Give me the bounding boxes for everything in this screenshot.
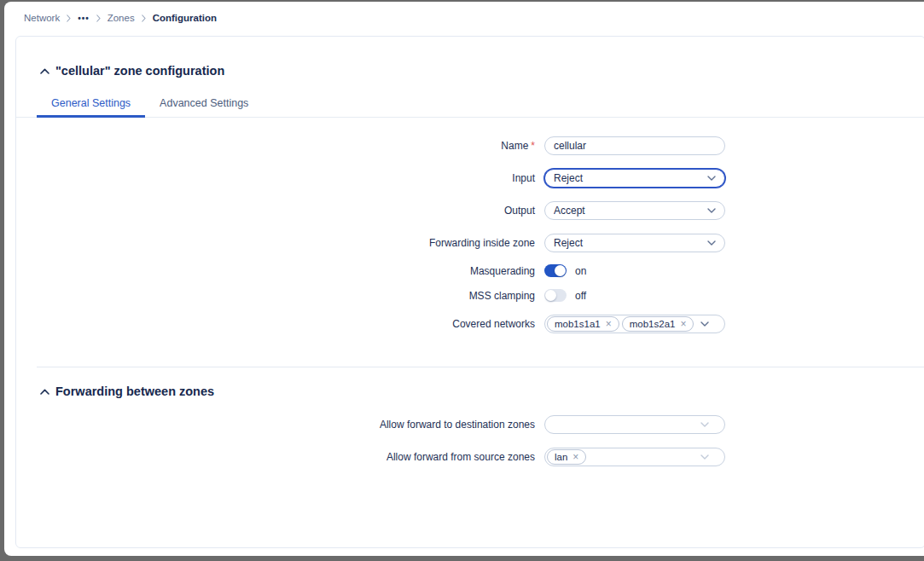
breadcrumb-item-network[interactable]: Network bbox=[24, 13, 60, 23]
allow-forward-from-label: Allow forward from source zones bbox=[16, 451, 535, 463]
chevron-down-icon bbox=[707, 240, 716, 246]
collapse-chevron-up-icon[interactable] bbox=[40, 68, 49, 74]
page: Network ••• Zones Configuration "cellula… bbox=[4, 2, 924, 556]
field-row-output: Output Accept bbox=[16, 201, 924, 220]
output-select-value: Accept bbox=[554, 205, 707, 217]
breadcrumb-ellipsis-icon[interactable]: ••• bbox=[78, 14, 90, 23]
input-label: Input bbox=[16, 172, 535, 184]
output-select[interactable]: Accept bbox=[544, 201, 725, 220]
tab-general-settings[interactable]: General Settings bbox=[37, 93, 145, 118]
field-row-input: Input Reject bbox=[16, 169, 924, 188]
tag-label: lan bbox=[555, 452, 567, 462]
tag-chip[interactable]: lan× bbox=[547, 449, 586, 465]
mss-clamping-state-label: off bbox=[575, 290, 586, 302]
breadcrumb-item-zones[interactable]: Zones bbox=[108, 13, 135, 23]
chevron-down-icon bbox=[700, 321, 709, 327]
output-label: Output bbox=[16, 205, 535, 217]
chevron-right-icon bbox=[142, 14, 146, 22]
field-row-allow-forward-to: Allow forward to destination zones bbox=[16, 415, 924, 434]
name-input[interactable]: cellular bbox=[544, 136, 725, 155]
field-row-forwarding-inside-zone: Forwarding inside zone Reject bbox=[16, 234, 924, 252]
breadcrumb-item-configuration: Configuration bbox=[153, 13, 217, 23]
allow-forward-to-multiselect[interactable] bbox=[544, 415, 725, 434]
forwarding-section-title: Forwarding between zones bbox=[55, 385, 214, 398]
toggle-knob bbox=[555, 265, 566, 276]
covered-networks-multiselect[interactable]: mob1s1a1×mob1s2a1× bbox=[544, 315, 725, 333]
zone-section-title: "cellular" zone configuration bbox=[55, 64, 224, 78]
field-row-allow-forward-from: Allow forward from source zones lan× bbox=[16, 448, 924, 466]
settings-tabs: General Settings Advanced Settings bbox=[16, 93, 924, 118]
remove-tag-icon[interactable]: × bbox=[680, 319, 686, 329]
section-divider bbox=[37, 367, 924, 367]
zone-section-header: "cellular" zone configuration bbox=[40, 64, 924, 78]
chevron-down-icon bbox=[707, 208, 716, 213]
name-label-text: Name bbox=[501, 140, 528, 152]
field-row-masquerading: Masquerading on bbox=[16, 264, 924, 277]
allow-forward-from-multiselect[interactable]: lan× bbox=[544, 448, 725, 466]
chevron-right-icon bbox=[96, 14, 101, 22]
collapse-chevron-up-icon[interactable] bbox=[40, 389, 49, 395]
chevron-down-icon bbox=[707, 176, 716, 181]
chevron-down-icon bbox=[700, 422, 709, 427]
remove-tag-icon[interactable]: × bbox=[572, 452, 578, 462]
forwarding-inside-zone-label: Forwarding inside zone bbox=[16, 237, 535, 249]
tag-chip[interactable]: mob1s2a1× bbox=[622, 316, 694, 332]
required-asterisk: * bbox=[531, 140, 535, 152]
field-row-mss-clamping: MSS clamping off bbox=[16, 289, 924, 302]
masquerading-state-label: on bbox=[575, 265, 586, 277]
input-select-value: Reject bbox=[554, 172, 707, 184]
toggle-knob bbox=[545, 290, 556, 301]
tag-label: mob1s2a1 bbox=[630, 319, 676, 329]
chevron-down-icon bbox=[700, 454, 709, 460]
field-row-name: Name* cellular bbox=[16, 136, 924, 155]
forwarding-section-header: Forwarding between zones bbox=[40, 385, 924, 398]
name-input-value: cellular bbox=[554, 140, 716, 152]
name-label: Name* bbox=[16, 140, 535, 152]
forwarding-inside-zone-value: Reject bbox=[554, 237, 707, 249]
chevron-right-icon bbox=[67, 14, 71, 22]
zone-configuration-card: "cellular" zone configuration General Se… bbox=[15, 36, 924, 548]
mss-clamping-toggle[interactable] bbox=[544, 289, 567, 302]
covered-networks-label: Covered networks bbox=[16, 318, 535, 330]
masquerading-toggle[interactable] bbox=[544, 264, 567, 277]
forwarding-inside-zone-select[interactable]: Reject bbox=[544, 234, 725, 252]
breadcrumb: Network ••• Zones Configuration bbox=[4, 2, 924, 23]
tag-label: mob1s1a1 bbox=[555, 319, 601, 329]
masquerading-label: Masquerading bbox=[16, 265, 535, 277]
input-select[interactable]: Reject bbox=[544, 169, 725, 188]
field-row-covered-networks: Covered networks mob1s1a1×mob1s2a1× bbox=[16, 315, 924, 333]
tag-chip[interactable]: mob1s1a1× bbox=[547, 316, 619, 332]
mss-clamping-label: MSS clamping bbox=[16, 290, 535, 302]
tab-advanced-settings[interactable]: Advanced Settings bbox=[145, 93, 263, 118]
allow-forward-to-label: Allow forward to destination zones bbox=[16, 419, 535, 431]
remove-tag-icon[interactable]: × bbox=[606, 319, 612, 329]
